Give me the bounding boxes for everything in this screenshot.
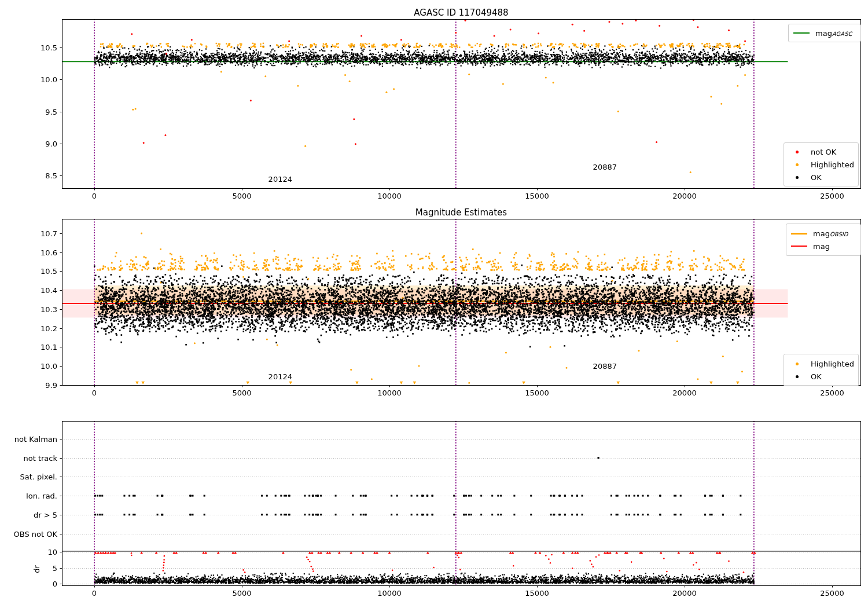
- legend-item-mag-agasc: magAGASC: [793, 27, 856, 39]
- legend-label-ok: OK: [811, 173, 822, 182]
- plot3-category-5: OBS not OK: [14, 529, 58, 538]
- plot1-ytick-9.5: 9.5: [45, 107, 57, 116]
- green-line-swatch: [793, 32, 810, 34]
- legend-item-highlighted: Highlighted: [789, 158, 854, 171]
- legend-top-status[interactable]: not OK Highlighted OK: [784, 142, 859, 186]
- plot1-ytick-9.0: 9.0: [45, 139, 57, 148]
- plot3-xtick-5000: 5000: [232, 589, 251, 598]
- plot2-xtick-5000: 5000: [232, 389, 251, 397]
- plot2-xtick-20000: 20000: [672, 389, 696, 397]
- figure: AGASC ID 117049488 Magnitude Estimates m…: [0, 0, 868, 608]
- legend-label-highlighted: Highlighted: [811, 160, 854, 169]
- plot2-xtick-10000: 10000: [377, 389, 401, 397]
- plot3-xtick-0: 0: [92, 589, 97, 598]
- plot1-ytick-10.5: 10.5: [41, 43, 57, 52]
- plot1-xtick-0: 0: [92, 192, 97, 200]
- legend-item-highlighted-2: Highlighted: [789, 357, 854, 370]
- legend-label-mag-obsid: magOBSID: [813, 229, 848, 238]
- legend-label-mag: mag: [813, 242, 830, 251]
- legend-item-ok-2: OK: [789, 370, 854, 383]
- legend-item-mag-obsid: magOBSID: [791, 227, 856, 240]
- plot2-title: Magnitude Estimates: [415, 207, 507, 218]
- plot3-dr-tick-10: 10: [47, 548, 57, 556]
- red-dot-swatch: [789, 151, 805, 153]
- plot2-ytick-10.0: 10.0: [41, 361, 57, 370]
- plot3-category-3: Ion. rad.: [26, 492, 57, 500]
- legend-label-not-ok: not OK: [811, 148, 836, 156]
- legend-label-highlighted-2: Highlighted: [811, 360, 854, 368]
- plot2-ytick-10.5: 10.5: [41, 267, 57, 276]
- orange-dot-swatch: [789, 163, 805, 166]
- plot2-ytick-10.7: 10.7: [41, 229, 57, 238]
- plot3-dr-tick-5: 5: [53, 563, 57, 572]
- plot3-dr-axis-label: dr: [32, 565, 41, 573]
- red-line-swatch: [791, 246, 807, 247]
- plot2-annotation-20887: 20887: [593, 361, 617, 370]
- plot3-category-0: not Kalman: [14, 435, 57, 444]
- plot2-annotation-20124: 20124: [269, 372, 292, 380]
- plot1-xtick-15000: 15000: [525, 192, 549, 200]
- plot3-category-2: Sat. pixel.: [20, 473, 57, 481]
- plot1-xtick-20000: 20000: [672, 192, 696, 200]
- legend-mag-agasc[interactable]: magAGASC: [788, 24, 861, 42]
- plot2-ytick-10.1: 10.1: [41, 343, 57, 351]
- legend-item-ok: OK: [789, 171, 854, 184]
- plot3-category-4: dr > 5: [34, 510, 57, 519]
- plot2-ytick-10.6: 10.6: [41, 248, 57, 257]
- plot2-xtick-0: 0: [92, 389, 97, 397]
- black-dot-swatch-2: [789, 375, 805, 378]
- plot3-xtick-10000: 10000: [377, 589, 401, 598]
- plot2-xtick-15000: 15000: [525, 389, 549, 397]
- plot3-category-1: not track: [23, 453, 57, 462]
- legend-item-not-ok: not OK: [789, 145, 854, 158]
- plot3-xtick-15000: 15000: [525, 589, 549, 598]
- plot2-xtick-25000: 25000: [820, 389, 844, 397]
- legend-label-ok-2: OK: [811, 372, 822, 381]
- plot3-xtick-25000: 25000: [820, 589, 844, 598]
- plot1-annotation-20124: 20124: [269, 174, 292, 183]
- plots-canvas: [0, 0, 868, 608]
- plot1-xtick-10000: 10000: [377, 192, 401, 200]
- plot1-xtick-5000: 5000: [232, 192, 251, 200]
- plot1-ytick-10.0: 10.0: [41, 75, 57, 84]
- plot2-ytick-10.3: 10.3: [41, 305, 57, 313]
- plot1-title: AGASC ID 117049488: [414, 8, 508, 18]
- plot3-xtick-20000: 20000: [672, 589, 696, 598]
- plot3-dr-tick-0: 0: [53, 580, 57, 588]
- legend-mid-lines[interactable]: magOBSID mag: [786, 224, 861, 256]
- black-dot-swatch: [789, 176, 805, 179]
- plot1-xtick-25000: 25000: [820, 192, 844, 200]
- orange-line-swatch: [791, 233, 807, 235]
- plot2-ytick-10.2: 10.2: [41, 324, 57, 332]
- plot1-annotation-20887: 20887: [593, 162, 617, 171]
- plot1-ytick-8.5: 8.5: [45, 171, 57, 180]
- plot2-ytick-10.4: 10.4: [41, 286, 57, 295]
- legend-mid-status[interactable]: Highlighted OK: [784, 354, 859, 386]
- plot2-ytick-9.9: 9.9: [45, 380, 57, 389]
- legend-item-mag: mag: [791, 240, 856, 252]
- legend-label-mag-agasc: magAGASC: [815, 29, 852, 38]
- orange-dot-swatch-2: [789, 362, 805, 365]
